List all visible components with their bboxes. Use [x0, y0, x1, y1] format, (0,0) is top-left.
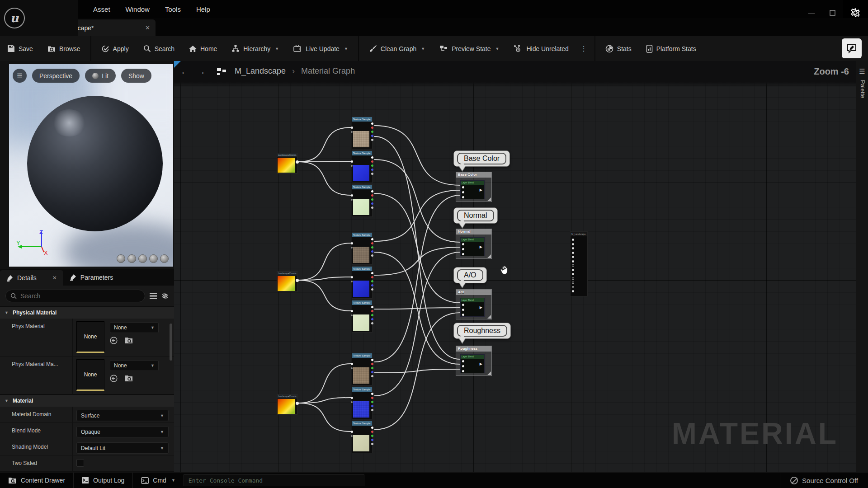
section-material[interactable]: ▼ Material — [0, 394, 174, 407]
output-pin[interactable] — [371, 409, 373, 411]
output-pin[interactable] — [371, 139, 373, 141]
input-pin[interactable] — [572, 286, 574, 288]
output-pin[interactable] — [371, 202, 373, 205]
output-pin[interactable] — [371, 135, 373, 137]
input-pin[interactable] — [462, 186, 464, 188]
output-pin[interactable] — [371, 194, 373, 197]
output-pin[interactable] — [371, 246, 373, 249]
texture-sample-node[interactable]: Texture Sample — [352, 353, 373, 385]
output-pin[interactable] — [371, 427, 373, 429]
output-pin[interactable] — [371, 122, 373, 125]
hierarchy-button[interactable]: Hierarchy▼ — [224, 36, 286, 61]
uv-input-pin[interactable] — [351, 160, 353, 163]
input-pin[interactable] — [572, 282, 574, 284]
output-pin[interactable] — [371, 206, 373, 209]
output-pin[interactable] — [371, 254, 373, 257]
texture-sample-node[interactable]: Texture Sample — [352, 117, 373, 149]
details-settings-gear-icon[interactable] — [161, 292, 169, 300]
input-pin[interactable] — [462, 365, 464, 367]
output-pin[interactable] — [296, 402, 299, 405]
input-pin[interactable] — [351, 165, 353, 167]
output-pin[interactable] — [371, 164, 373, 167]
input-pin[interactable] — [462, 309, 464, 311]
output-pin[interactable]: ▶ — [480, 362, 482, 366]
shape-mesh-button[interactable] — [160, 254, 169, 263]
input-pin[interactable] — [351, 401, 353, 403]
material-graph-canvas[interactable]: LandscapeCoords LandscapeCoords Landscap… — [174, 61, 868, 472]
lit-mode-button[interactable]: Lit — [85, 69, 116, 83]
output-comment-box[interactable]: Normal Layer Blend ▶ — [456, 229, 492, 259]
hide-unrelated-button[interactable]: Hide Unrelated — [506, 36, 576, 61]
browse-to-asset-icon[interactable] — [125, 337, 133, 344]
display-filter-icon[interactable] — [150, 293, 157, 299]
output-comment-box[interactable]: A/O Layer Blend ▶ — [456, 289, 492, 319]
texture-sample-node[interactable]: Texture Sample — [352, 266, 373, 299]
output-pin[interactable] — [371, 242, 373, 244]
home-button[interactable]: Home — [182, 36, 224, 61]
phys-material-mask-thumbnail[interactable]: None — [76, 359, 104, 391]
input-pin[interactable] — [462, 196, 464, 198]
search-input[interactable]: Search — [5, 290, 145, 302]
phys-material-mask-dropdown[interactable]: None▼ — [110, 360, 159, 371]
save-button[interactable]: Save — [0, 36, 40, 61]
output-pin[interactable] — [371, 375, 373, 377]
uv-input-pin[interactable] — [351, 431, 353, 433]
resize-handle[interactable] — [487, 254, 491, 258]
texture-sample-node[interactable]: Texture Sample — [352, 387, 373, 419]
output-pin[interactable] — [371, 401, 373, 403]
input-pin[interactable] — [462, 248, 464, 250]
layer-blend-node[interactable]: Layer Blend ▶ — [460, 237, 485, 256]
input-pin[interactable] — [462, 370, 464, 372]
use-selected-icon[interactable] — [110, 337, 118, 344]
output-pin[interactable] — [371, 439, 373, 441]
input-pin[interactable] — [351, 314, 353, 316]
output-pin[interactable]: ▶ — [480, 306, 482, 310]
output-pin[interactable] — [371, 359, 373, 361]
output-pin[interactable]: ▶ — [480, 188, 482, 192]
input-pin[interactable] — [572, 269, 574, 271]
input-pin[interactable] — [462, 191, 464, 193]
output-pin[interactable] — [371, 284, 373, 286]
texture-sample-node[interactable]: Texture Sample — [352, 421, 373, 453]
phys-material-dropdown[interactable]: None▼ — [110, 322, 159, 333]
input-pin[interactable] — [462, 360, 464, 362]
output-pin[interactable] — [371, 198, 373, 201]
input-pin[interactable] — [462, 253, 464, 255]
source-control-button[interactable]: Source Control Off — [780, 477, 868, 484]
input-pin[interactable] — [572, 290, 574, 292]
output-pin[interactable] — [371, 173, 373, 175]
output-pin[interactable] — [371, 318, 373, 320]
input-pin[interactable] — [462, 314, 464, 316]
tab-close-icon[interactable]: ✕ — [145, 24, 150, 31]
input-pin[interactable] — [462, 304, 464, 306]
input-pin[interactable] — [572, 239, 574, 241]
resize-handle[interactable] — [487, 371, 491, 375]
output-pin[interactable] — [371, 127, 373, 129]
details-tab-close-icon[interactable]: ✕ — [52, 275, 57, 281]
texture-sample-node[interactable]: Texture Sample — [352, 150, 373, 183]
uv-input-pin[interactable] — [351, 397, 353, 399]
output-pin[interactable] — [371, 371, 373, 373]
feedback-button[interactable] — [842, 38, 862, 58]
output-pin[interactable] — [371, 310, 373, 312]
preview-viewport[interactable]: ☰ Perspective Lit Show Y Z X — [9, 64, 173, 267]
texture-sample-node[interactable]: Texture Sample — [352, 184, 373, 217]
shape-cylinder-button[interactable] — [117, 254, 125, 263]
output-pin[interactable] — [371, 280, 373, 282]
uv-input-pin[interactable] — [351, 310, 353, 312]
node-comment-bubble[interactable]: Normal — [453, 207, 498, 224]
uv-input-pin[interactable] — [351, 363, 353, 365]
input-pin[interactable] — [351, 199, 353, 201]
preview-state-button[interactable]: Preview State▼ — [432, 36, 506, 61]
landscape-coords-node[interactable]: LandscapeCoords — [277, 271, 297, 292]
input-pin[interactable] — [572, 243, 574, 245]
input-pin[interactable] — [572, 247, 574, 249]
blend-mode-select[interactable]: Opaque▼ — [76, 426, 169, 437]
output-pin[interactable] — [371, 363, 373, 365]
nav-forward-arrow[interactable]: → — [196, 66, 206, 76]
output-pin[interactable] — [371, 405, 373, 407]
platform-stats-button[interactable]: Platform Stats — [639, 36, 703, 61]
tab-details[interactable]: Details ✕ — [0, 270, 63, 286]
perspective-button[interactable]: Perspective — [32, 69, 80, 83]
output-pin[interactable] — [371, 160, 373, 163]
